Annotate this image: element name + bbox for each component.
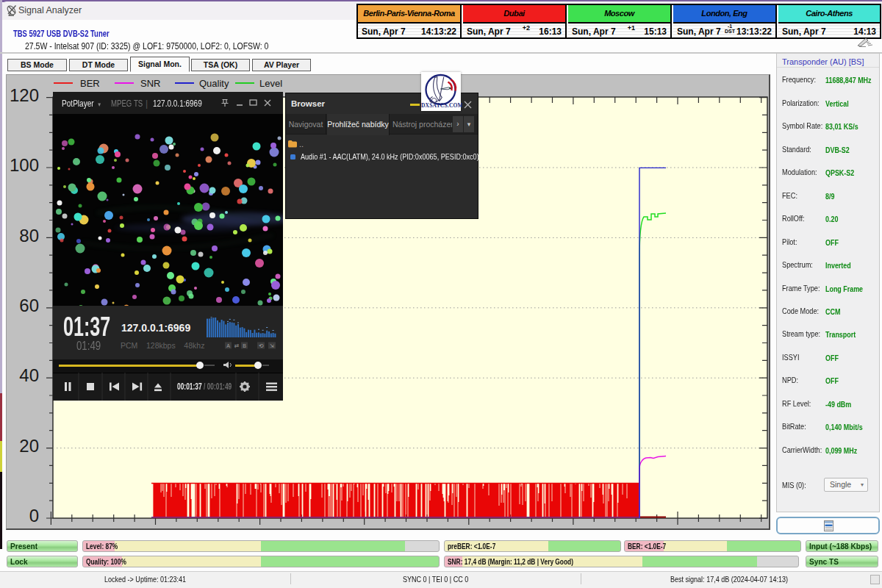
- svg-text:⇲: ⇲: [270, 343, 274, 348]
- svg-text:A: A: [226, 343, 230, 348]
- svg-text:B: B: [243, 343, 246, 348]
- svg-text:⇄: ⇄: [234, 343, 240, 349]
- svg-text:⟲: ⟲: [259, 343, 264, 349]
